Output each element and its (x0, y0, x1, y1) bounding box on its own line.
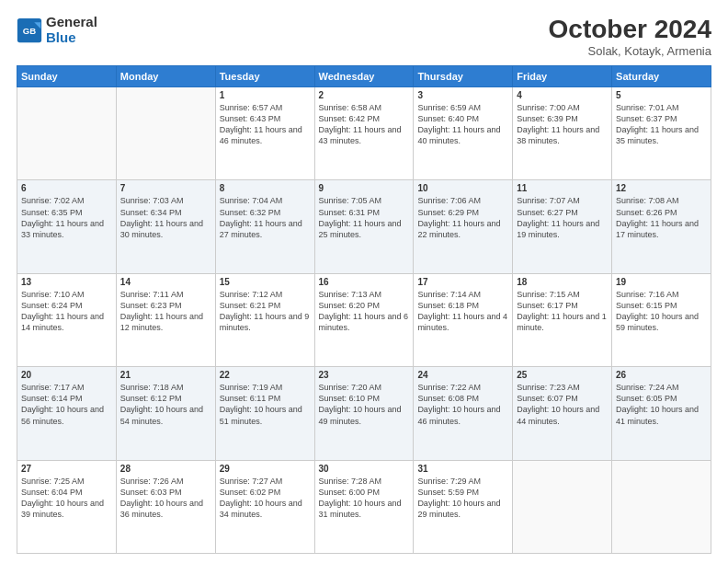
calendar-cell: 26Sunrise: 7:24 AMSunset: 6:05 PMDayligh… (612, 367, 711, 460)
weekday-header-sunday: Sunday (17, 66, 117, 87)
weekday-header-friday: Friday (513, 66, 612, 87)
calendar-cell: 11Sunrise: 7:07 AMSunset: 6:27 PMDayligh… (513, 180, 612, 273)
day-info: Sunrise: 7:03 AMSunset: 6:34 PMDaylight:… (120, 195, 211, 240)
day-number: 23 (319, 370, 410, 380)
calendar-cell: 17Sunrise: 7:14 AMSunset: 6:18 PMDayligh… (414, 273, 513, 366)
day-info: Sunrise: 7:15 AMSunset: 6:17 PMDaylight:… (517, 289, 608, 334)
calendar-cell: 27Sunrise: 7:25 AMSunset: 6:04 PMDayligh… (17, 460, 117, 553)
calendar-cell: 8Sunrise: 7:04 AMSunset: 6:32 PMDaylight… (215, 180, 314, 273)
month-title: October 2024 (549, 15, 711, 44)
weekday-header-monday: Monday (116, 66, 215, 87)
day-number: 5 (616, 90, 707, 100)
calendar-week-row: 1Sunrise: 6:57 AMSunset: 6:43 PMDaylight… (17, 87, 711, 180)
calendar-cell: 31Sunrise: 7:29 AMSunset: 5:59 PMDayligh… (414, 460, 513, 553)
calendar-cell: 21Sunrise: 7:18 AMSunset: 6:12 PMDayligh… (116, 367, 215, 460)
calendar-cell (612, 460, 711, 553)
day-number: 6 (21, 183, 112, 193)
day-number: 16 (319, 277, 410, 287)
day-info: Sunrise: 7:23 AMSunset: 6:07 PMDaylight:… (517, 382, 608, 427)
day-info: Sunrise: 7:12 AMSunset: 6:21 PMDaylight:… (220, 289, 311, 334)
day-number: 9 (319, 183, 410, 193)
page: GB General Blue October 2024 Solak, Kota… (0, 0, 728, 563)
day-number: 15 (220, 277, 311, 287)
calendar-cell: 30Sunrise: 7:28 AMSunset: 6:00 PMDayligh… (314, 460, 414, 553)
location: Solak, Kotayk, Armenia (549, 44, 711, 58)
day-number: 10 (417, 183, 508, 193)
calendar-cell: 10Sunrise: 7:06 AMSunset: 6:29 PMDayligh… (414, 180, 513, 273)
calendar-cell: 13Sunrise: 7:10 AMSunset: 6:24 PMDayligh… (17, 273, 117, 366)
calendar-cell: 9Sunrise: 7:05 AMSunset: 6:31 PMDaylight… (314, 180, 414, 273)
day-info: Sunrise: 7:17 AMSunset: 6:14 PMDaylight:… (21, 382, 112, 427)
day-number: 12 (616, 183, 707, 193)
day-number: 8 (220, 183, 311, 193)
day-info: Sunrise: 7:00 AMSunset: 6:39 PMDaylight:… (517, 102, 608, 147)
day-info: Sunrise: 7:18 AMSunset: 6:12 PMDaylight:… (120, 382, 211, 427)
calendar-cell: 6Sunrise: 7:02 AMSunset: 6:35 PMDaylight… (17, 180, 117, 273)
logo-line1: General (46, 15, 97, 30)
day-number: 3 (417, 90, 508, 100)
calendar-table: SundayMondayTuesdayWednesdayThursdayFrid… (17, 65, 711, 554)
calendar-cell: 20Sunrise: 7:17 AMSunset: 6:14 PMDayligh… (17, 367, 117, 460)
calendar-cell: 16Sunrise: 7:13 AMSunset: 6:20 PMDayligh… (314, 273, 414, 366)
day-number: 25 (517, 370, 608, 380)
day-info: Sunrise: 6:58 AMSunset: 6:42 PMDaylight:… (319, 102, 410, 147)
calendar-cell: 14Sunrise: 7:11 AMSunset: 6:23 PMDayligh… (116, 273, 215, 366)
day-number: 17 (417, 277, 508, 287)
day-info: Sunrise: 7:11 AMSunset: 6:23 PMDaylight:… (120, 289, 211, 334)
calendar-cell: 2Sunrise: 6:58 AMSunset: 6:42 PMDaylight… (314, 87, 414, 180)
day-number: 7 (120, 183, 211, 193)
calendar-cell: 24Sunrise: 7:22 AMSunset: 6:08 PMDayligh… (414, 367, 513, 460)
calendar-cell: 28Sunrise: 7:26 AMSunset: 6:03 PMDayligh… (116, 460, 215, 553)
day-info: Sunrise: 7:24 AMSunset: 6:05 PMDaylight:… (616, 382, 707, 427)
day-info: Sunrise: 7:10 AMSunset: 6:24 PMDaylight:… (21, 289, 112, 334)
day-info: Sunrise: 7:08 AMSunset: 6:26 PMDaylight:… (616, 195, 707, 240)
calendar-cell: 22Sunrise: 7:19 AMSunset: 6:11 PMDayligh… (215, 367, 314, 460)
weekday-header-tuesday: Tuesday (215, 66, 314, 87)
weekday-header-thursday: Thursday (414, 66, 513, 87)
day-info: Sunrise: 7:05 AMSunset: 6:31 PMDaylight:… (319, 195, 410, 240)
day-number: 18 (517, 277, 608, 287)
day-info: Sunrise: 7:14 AMSunset: 6:18 PMDaylight:… (417, 289, 508, 334)
calendar-cell (513, 460, 612, 553)
day-info: Sunrise: 7:27 AMSunset: 6:02 PMDaylight:… (220, 476, 311, 521)
day-number: 31 (417, 464, 508, 474)
calendar-cell: 12Sunrise: 7:08 AMSunset: 6:26 PMDayligh… (612, 180, 711, 273)
day-info: Sunrise: 7:26 AMSunset: 6:03 PMDaylight:… (120, 476, 211, 521)
day-number: 28 (120, 464, 211, 474)
day-number: 4 (517, 90, 608, 100)
weekday-header-wednesday: Wednesday (314, 66, 414, 87)
calendar-cell (17, 87, 117, 180)
logo-text: General Blue (46, 15, 97, 45)
calendar-cell: 29Sunrise: 7:27 AMSunset: 6:02 PMDayligh… (215, 460, 314, 553)
calendar-week-row: 27Sunrise: 7:25 AMSunset: 6:04 PMDayligh… (17, 460, 711, 553)
day-info: Sunrise: 7:25 AMSunset: 6:04 PMDaylight:… (21, 476, 112, 521)
calendar-week-row: 20Sunrise: 7:17 AMSunset: 6:14 PMDayligh… (17, 367, 711, 460)
day-info: Sunrise: 7:13 AMSunset: 6:20 PMDaylight:… (319, 289, 410, 334)
day-number: 24 (417, 370, 508, 380)
day-info: Sunrise: 6:57 AMSunset: 6:43 PMDaylight:… (220, 102, 311, 147)
day-info: Sunrise: 7:22 AMSunset: 6:08 PMDaylight:… (417, 382, 508, 427)
day-number: 1 (220, 90, 311, 100)
day-number: 29 (220, 464, 311, 474)
logo-line2: Blue (46, 30, 97, 46)
calendar-cell: 18Sunrise: 7:15 AMSunset: 6:17 PMDayligh… (513, 273, 612, 366)
calendar-cell: 23Sunrise: 7:20 AMSunset: 6:10 PMDayligh… (314, 367, 414, 460)
day-number: 22 (220, 370, 311, 380)
calendar-cell: 15Sunrise: 7:12 AMSunset: 6:21 PMDayligh… (215, 273, 314, 366)
day-number: 30 (319, 464, 410, 474)
day-info: Sunrise: 7:07 AMSunset: 6:27 PMDaylight:… (517, 195, 608, 240)
day-number: 19 (616, 277, 707, 287)
day-info: Sunrise: 7:01 AMSunset: 6:37 PMDaylight:… (616, 102, 707, 147)
day-info: Sunrise: 7:20 AMSunset: 6:10 PMDaylight:… (319, 382, 410, 427)
day-number: 2 (319, 90, 410, 100)
weekday-header-row: SundayMondayTuesdayWednesdayThursdayFrid… (17, 66, 711, 87)
calendar-cell: 19Sunrise: 7:16 AMSunset: 6:15 PMDayligh… (612, 273, 711, 366)
calendar-week-row: 6Sunrise: 7:02 AMSunset: 6:35 PMDaylight… (17, 180, 711, 273)
day-info: Sunrise: 7:02 AMSunset: 6:35 PMDaylight:… (21, 195, 112, 240)
title-block: October 2024 Solak, Kotayk, Armenia (549, 15, 711, 58)
day-number: 26 (616, 370, 707, 380)
logo: GB General Blue (17, 15, 97, 45)
day-number: 11 (517, 183, 608, 193)
calendar-cell: 3Sunrise: 6:59 AMSunset: 6:40 PMDaylight… (414, 87, 513, 180)
calendar-cell: 7Sunrise: 7:03 AMSunset: 6:34 PMDaylight… (116, 180, 215, 273)
